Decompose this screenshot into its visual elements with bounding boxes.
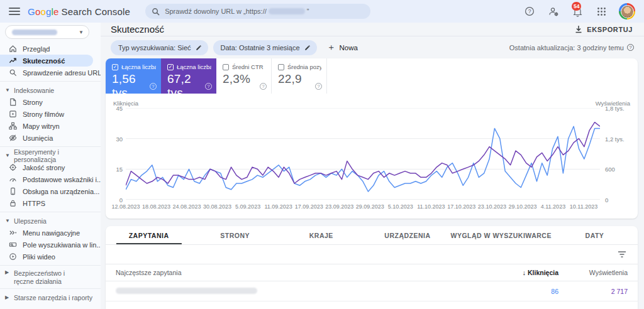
sidebar-item-pliki-wideo[interactable]: Pliki wideo [0, 251, 101, 263]
section-ulepszenia[interactable]: ▼ Ulepszenia [0, 215, 101, 227]
google-logo-text: Google [28, 6, 59, 17]
menu-icon[interactable] [9, 8, 20, 15]
new-filter-button[interactable]: ＋ Nowa [327, 42, 358, 53]
table-header: Najczęstsze zapytania ↓ Kliknięcia Wyświ… [106, 264, 638, 281]
info-icon[interactable] [315, 83, 322, 90]
sidebar-item-https[interactable]: HTTPS [0, 197, 101, 209]
row-clicks-value: 86 [489, 288, 558, 295]
metric-value-ctr: 2,3% [223, 72, 266, 86]
lock-icon [9, 199, 17, 207]
magnifier-icon [9, 68, 17, 77]
blurred-property-name [12, 30, 57, 35]
apps-grid-icon[interactable] [595, 5, 608, 18]
sidebar-item-mapy-witryn[interactable]: Mapy witryn [0, 120, 101, 132]
filter-list-icon[interactable] [618, 251, 626, 258]
tab-daty[interactable]: DATY [552, 226, 638, 244]
filter-chip-date[interactable]: Data: Ostatnie 3 miesiące [213, 40, 317, 55]
sidebar-item-jakosc-strony[interactable]: Jakość strony [0, 161, 101, 173]
notifications-icon[interactable]: 54 [571, 5, 584, 18]
impressions-column-header[interactable]: Wyświetlenia [558, 269, 628, 276]
sidebar-item-strony[interactable]: Strony [0, 96, 101, 108]
section-eksperymenty[interactable]: ▼ Eksperymenty i personalizacja [0, 149, 101, 161]
divider [0, 212, 101, 212]
divider [0, 146, 101, 147]
export-button[interactable]: EKSPORTUJ [575, 25, 633, 33]
tab-urzadzenia[interactable]: URZĄDZENIA [364, 226, 450, 244]
tab-zapytania[interactable]: ZAPYTANIA [106, 226, 192, 244]
row-impressions-value: 2 717 [558, 288, 628, 295]
removals-icon [9, 134, 17, 142]
pencil-icon [304, 45, 311, 51]
x-axis-ticks: 12.08.202318.08.202324.08.202330.08.2023… [126, 202, 584, 212]
info-icon[interactable] [627, 44, 634, 51]
metric-tile-position[interactable]: Średnia pozycja 22,9 [272, 58, 327, 94]
sidebar-item-skutecznosc[interactable]: Skuteczność [0, 55, 93, 67]
download-icon [575, 25, 582, 33]
sidebar-item-sprawdzenie-url[interactable]: Sprawdzenie adresu URL [0, 67, 101, 79]
chevron-down-icon: ▼ [79, 30, 84, 35]
blurred-domain [269, 8, 305, 14]
dimension-tabs: ZAPYTANIA STRONY KRAJE URZĄDZENIA WYGLĄD… [106, 226, 638, 245]
user-settings-icon[interactable] [547, 5, 560, 18]
query-column-header[interactable]: Najczęstsze zapytania [116, 269, 489, 276]
chart-plot-area [126, 108, 600, 200]
section-bezpieczenstwo[interactable]: ▶ Bezpieczeństwo i ręczne działania [0, 268, 101, 286]
chevron-right-icon: ▶ [5, 269, 10, 275]
metric-tile-ctr[interactable]: Średni CTR 2,3% [216, 58, 272, 94]
video-icon [9, 252, 17, 261]
chevron-down-icon: ▼ [5, 87, 10, 93]
section-starsze-narzedzia[interactable]: ▶ Starsze narzędzia i raporty [0, 291, 101, 303]
sidebar-item-strony-filmow[interactable]: Strony filmów [0, 108, 101, 120]
clicks-column-header[interactable]: ↓ Kliknięcia [489, 269, 558, 276]
section-indeksowanie[interactable]: ▼ Indeksowanie [0, 84, 101, 96]
metric-tile-impressions[interactable]: Łączna liczba wy... 67,2 tys. [161, 58, 216, 94]
sidebar-item-usuniecia[interactable]: Usunięcia [0, 132, 101, 144]
url-inspection-input[interactable]: Sprawdź dowolny URL w „https:// ” [145, 4, 370, 19]
info-icon[interactable] [150, 83, 157, 90]
performance-chart: Kliknięcia Wyświetlenia 0153045 06001,2 … [106, 94, 638, 219]
divider [0, 288, 101, 289]
divider [0, 81, 101, 82]
sidebar-item-core-web-vitals[interactable]: Podstawowe wskaźniki i... [0, 173, 101, 185]
info-icon[interactable] [260, 83, 267, 90]
video-page-icon [9, 110, 17, 118]
checkbox-checked-icon [167, 64, 174, 70]
checkbox-unchecked-icon [223, 64, 229, 70]
info-icon[interactable] [205, 83, 212, 90]
tab-kraje[interactable]: KRAJE [278, 226, 364, 244]
checkbox-checked-icon [112, 64, 118, 70]
table-row[interactable]: 86 2 717 [106, 281, 638, 301]
metric-value-position: 22,9 [278, 72, 321, 86]
last-update-label: Ostatnia aktualizacja: 3 godziny temu [509, 44, 634, 52]
filter-chip-search-type[interactable]: Typ wyszukiwania: Sieć [111, 40, 208, 55]
search-icon [152, 8, 160, 16]
sidebar-item-mobile-usability[interactable]: Obsługa na urządzenia... [0, 185, 101, 197]
page-icon [9, 98, 17, 106]
breadcrumb-icon [9, 229, 17, 237]
metric-tile-clicks[interactable]: Łączna liczba klik... 1,56 tys. [106, 58, 161, 94]
tab-strony[interactable]: STRONY [192, 226, 278, 244]
avatar[interactable] [619, 3, 635, 19]
property-selector[interactable]: ▼ [5, 25, 89, 39]
blurred-query-text [116, 288, 257, 294]
page-title: Skuteczność [111, 24, 164, 35]
performance-icon [9, 57, 17, 65]
home-icon [9, 45, 17, 53]
plus-icon: ＋ [327, 42, 336, 53]
topbar: GoogleSearch Console Sprawdź dowolny URL… [0, 0, 644, 23]
right-axis-ticks: 06001,2 tys.1,8 tys. [600, 108, 631, 200]
app-logo[interactable]: GoogleSearch Console [28, 6, 130, 17]
sidebar-item-menu-nawigacyjne[interactable]: Menu nawigacyjne [0, 227, 101, 239]
checkbox-unchecked-icon [278, 64, 284, 70]
dimensions-card: ZAPYTANIA STRONY KRAJE URZĄDZENIA WYGLĄD… [106, 226, 638, 309]
sidebar-item-pole-wyszukiwania[interactable]: Pole wyszukiwania w lin... [0, 239, 101, 251]
mobile-icon [9, 187, 17, 195]
sidebar-item-przeglad[interactable]: Przegląd [0, 43, 101, 55]
product-name: Search Console [62, 6, 131, 17]
tab-wyglad[interactable]: WYGLĄD W WYSZUKIWARCE [451, 226, 552, 244]
chevron-down-icon: ▼ [5, 153, 10, 158]
sitelinks-searchbox-icon [9, 241, 17, 249]
page-quality-icon [9, 163, 17, 171]
sidebar: ▼ Przegląd Skuteczność Sprawdzenie adres… [0, 23, 101, 309]
help-icon[interactable]: ? [523, 5, 536, 18]
